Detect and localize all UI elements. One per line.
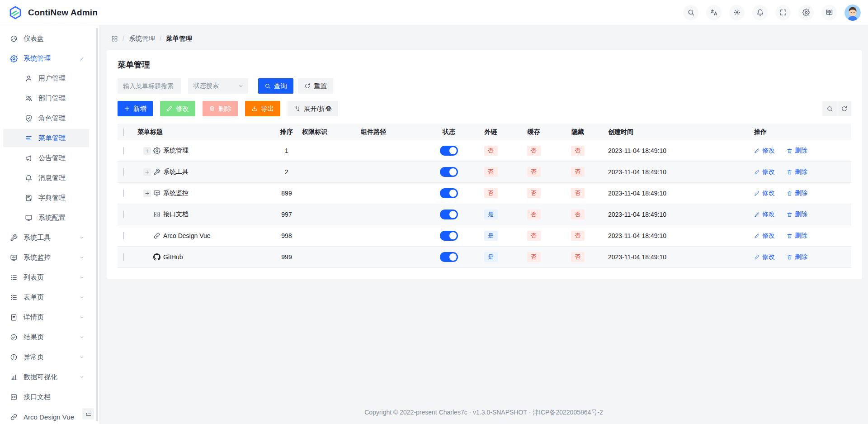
column-header: 外链 <box>469 128 512 136</box>
sidebar-item-label: 字典管理 <box>38 194 66 202</box>
edit-icon <box>754 233 760 239</box>
notification-button[interactable] <box>752 5 768 20</box>
expand-row-button[interactable] <box>143 147 151 155</box>
status-filter-placeholder: 状态搜索 <box>193 82 219 90</box>
row-checkbox[interactable] <box>123 147 124 154</box>
sidebar-item-message-management[interactable]: 消息管理 <box>3 169 89 187</box>
edit-icon <box>754 212 760 218</box>
menu-title: Arco Design Vue <box>163 232 211 239</box>
row-delete-link[interactable]: 删除 <box>787 253 807 261</box>
sidebar-item-api-docs[interactable]: 接口文档 <box>3 388 89 406</box>
status-toggle[interactable] <box>440 188 458 198</box>
row-delete-label: 删除 <box>795 189 807 197</box>
settings-button[interactable] <box>798 5 814 20</box>
expand-collapse-button[interactable]: 展开/折叠 <box>288 101 338 116</box>
row-checkbox[interactable] <box>123 232 124 239</box>
sidebar-item-label: 仪表盘 <box>24 34 44 43</box>
table-tools <box>822 101 851 116</box>
translate-button[interactable] <box>706 5 722 20</box>
sidebar-item-menu-management[interactable]: 菜单管理 <box>3 129 89 147</box>
sidebar-item-form-page[interactable]: 表单页 <box>3 288 89 306</box>
status-toggle[interactable] <box>440 210 458 219</box>
row-edit-link[interactable]: 修改 <box>754 210 775 219</box>
expand-row-button[interactable] <box>143 168 151 176</box>
external-badge: 是 <box>484 252 498 262</box>
row-checkbox[interactable] <box>123 253 124 261</box>
sidebar-item-result-page[interactable]: 结果页 <box>3 328 89 346</box>
reset-button[interactable]: 重置 <box>298 78 333 94</box>
plus-icon <box>145 191 150 196</box>
table-search-button[interactable] <box>822 101 837 116</box>
row-delete-link[interactable]: 删除 <box>787 189 807 197</box>
sidebar-item-exception-page[interactable]: 异常页 <box>3 348 89 366</box>
add-button[interactable]: 新增 <box>118 101 153 116</box>
row-checkbox[interactable] <box>123 190 124 197</box>
docs-button[interactable] <box>821 5 837 20</box>
sidebar-item-data-visualization[interactable]: 数据可视化 <box>3 368 89 386</box>
grid-icon[interactable] <box>111 35 118 42</box>
sidebar-scrollbar[interactable] <box>96 28 98 421</box>
row-checkbox[interactable] <box>123 211 124 218</box>
row-checkbox[interactable] <box>123 168 124 176</box>
sidebar-item-system-config[interactable]: 系统配置 <box>3 209 89 227</box>
chevron-down-icon <box>79 334 85 340</box>
row-edit-link[interactable]: 修改 <box>754 168 775 176</box>
user-avatar[interactable] <box>844 5 861 21</box>
file-icon <box>10 314 18 321</box>
table-row: 系统工具2否否否2023-11-04 18:49:10修改删除 <box>118 162 851 183</box>
row-delete-link[interactable]: 删除 <box>787 147 807 155</box>
code-square-icon <box>10 393 18 401</box>
sidebar-item-system-tools[interactable]: 系统工具 <box>3 229 89 247</box>
row-edit-link[interactable]: 修改 <box>754 147 775 155</box>
select-all-checkbox[interactable] <box>123 129 124 136</box>
row-edit-link[interactable]: 修改 <box>754 253 775 261</box>
search-button[interactable] <box>683 5 698 20</box>
sidebar-item-system-monitor[interactable]: 系统监控 <box>3 248 89 267</box>
sidebar-item-dept-management[interactable]: 部门管理 <box>3 89 89 107</box>
row-edit-link[interactable]: 修改 <box>754 189 775 197</box>
chevron-down-icon <box>238 83 244 89</box>
sidebar-item-detail-page[interactable]: 详情页 <box>3 308 89 326</box>
status-filter-select[interactable]: 状态搜索 <box>188 78 248 94</box>
plus-icon <box>145 170 150 175</box>
delete-button[interactable]: 删除 <box>203 101 238 116</box>
theme-button[interactable] <box>729 5 745 20</box>
sidebar-item-dict-management[interactable]: 字典管理 <box>3 189 89 207</box>
bell-icon <box>25 174 33 182</box>
row-delete-link[interactable]: 删除 <box>787 232 807 240</box>
sidebar-item-label: 结果页 <box>24 333 44 342</box>
status-toggle[interactable] <box>440 167 458 177</box>
user-icon <box>25 75 33 82</box>
table-refresh-button[interactable] <box>837 101 851 116</box>
sidebar-item-list-page[interactable]: 列表页 <box>3 268 89 286</box>
chevron-down-icon <box>79 314 85 320</box>
status-toggle[interactable] <box>440 231 458 241</box>
menu-title-search-input[interactable] <box>118 78 181 94</box>
sidebar-item-role-management[interactable]: 角色管理 <box>3 109 89 127</box>
row-delete-link[interactable]: 删除 <box>787 168 807 176</box>
sidebar-item-dashboard[interactable]: 仪表盘 <box>3 29 89 48</box>
app-title: ContiNew Admin <box>28 8 98 18</box>
status-toggle[interactable] <box>440 252 458 262</box>
fullscreen-button[interactable] <box>775 5 791 20</box>
export-button[interactable]: 导出 <box>245 101 280 116</box>
sidebar-item-system-management[interactable]: 系统管理 <box>3 49 89 67</box>
main-content: / 系统管理 / 菜单管理 菜单管理 状态搜索 查询 重置 <box>99 25 868 424</box>
sidebar-item-user-management[interactable]: 用户管理 <box>3 69 89 87</box>
created-time: 2023-11-04 18:49:10 <box>600 147 745 154</box>
edit-button[interactable]: 修改 <box>160 101 195 116</box>
breadcrumb-item-system[interactable]: 系统管理 <box>129 34 155 43</box>
menu-management-card: 菜单管理 状态搜索 查询 重置 新增 <box>107 50 862 279</box>
row-delete-link[interactable]: 删除 <box>787 210 807 219</box>
sidebar-item-label: 用户管理 <box>38 74 66 83</box>
sidebar-item-announcement-management[interactable]: 公告管理 <box>3 149 89 167</box>
expand-row-button[interactable] <box>143 190 151 197</box>
column-header: 排序 <box>271 128 302 136</box>
breadcrumb: / 系统管理 / 菜单管理 <box>99 25 868 44</box>
hidden-badge: 否 <box>571 167 585 177</box>
search-button[interactable]: 查询 <box>258 78 293 94</box>
sidebar-collapse-button[interactable] <box>82 408 94 419</box>
row-edit-link[interactable]: 修改 <box>754 232 775 240</box>
status-toggle[interactable] <box>440 146 458 156</box>
sidebar-item-arco-design-vue[interactable]: Arco Design Vue <box>3 408 89 424</box>
